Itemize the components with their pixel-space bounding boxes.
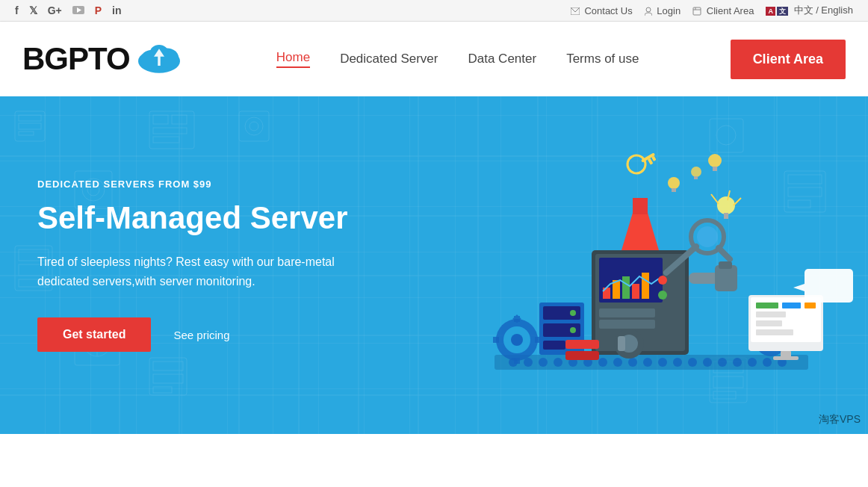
svg-point-77: [628, 358, 637, 367]
googleplus-link[interactable]: G+: [48, 4, 62, 16]
svg-point-3: [646, 7, 651, 12]
hero-tagline: DEDICATED SERVERS FROM $99: [37, 179, 359, 190]
svg-point-71: [539, 358, 548, 367]
svg-point-76: [613, 358, 622, 367]
top-bar: f 𝕏 G+ P in Contact Us Login Client Area…: [0, 0, 868, 22]
svg-point-80: [673, 358, 682, 367]
login-link[interactable]: Login: [645, 5, 681, 16]
nav-links: Home Dedicated Server Data Center Terms …: [276, 50, 639, 68]
svg-point-109: [658, 276, 667, 285]
svg-rect-137: [756, 303, 778, 308]
svg-point-78: [643, 358, 652, 367]
svg-rect-104: [622, 276, 630, 299]
hero-description: Tired of sleepless nights? Rest easy wit…: [37, 252, 359, 291]
svg-rect-116: [715, 265, 737, 291]
svg-point-82: [703, 358, 712, 367]
top-bar-right: Contact Us Login Client Area A文 中文 / Eng…: [571, 4, 853, 17]
svg-point-127: [691, 167, 701, 177]
youtube-link[interactable]: [72, 4, 84, 16]
nav-terms-of-use[interactable]: Terms of use: [566, 52, 639, 66]
svg-line-124: [734, 198, 741, 205]
svg-rect-119: [633, 198, 648, 214]
social-links: f 𝕏 G+ P in: [15, 4, 122, 16]
svg-rect-150: [543, 341, 565, 350]
svg-rect-141: [756, 320, 782, 326]
svg-rect-105: [632, 284, 639, 299]
twitter-link[interactable]: 𝕏: [29, 4, 37, 16]
svg-point-131: [624, 152, 649, 177]
hero-actions: Get started See pricing: [37, 317, 359, 352]
svg-point-120: [717, 196, 735, 214]
svg-point-110: [658, 291, 667, 300]
nav-home[interactable]: Home: [276, 50, 310, 68]
see-pricing-link[interactable]: See pricing: [173, 329, 229, 341]
svg-point-84: [733, 358, 742, 367]
svg-point-79: [658, 358, 667, 367]
svg-rect-145: [805, 269, 853, 303]
linkedin-link[interactable]: in: [112, 4, 121, 16]
svg-point-152: [570, 327, 576, 333]
svg-rect-130: [713, 167, 717, 171]
logo-text: BGPTO: [22, 43, 130, 75]
svg-rect-154: [565, 351, 599, 360]
svg-rect-126: [672, 188, 676, 192]
pinterest-link[interactable]: P: [95, 4, 102, 16]
svg-rect-117: [719, 261, 732, 269]
svg-rect-106: [642, 273, 649, 299]
svg-point-83: [718, 358, 727, 367]
get-started-button[interactable]: Get started: [37, 317, 151, 352]
client-area-button[interactable]: Client Area: [731, 40, 846, 79]
svg-marker-146: [793, 284, 805, 291]
svg-rect-140: [756, 311, 786, 317]
watermark: 淘客VPS: [819, 413, 861, 426]
svg-rect-139: [805, 303, 816, 308]
contact-us-link[interactable]: Contact Us: [571, 5, 633, 16]
svg-point-85: [748, 358, 757, 367]
language-switcher[interactable]: A文 中文 / English: [766, 4, 853, 17]
hero-illustration: [450, 123, 868, 407]
svg-rect-4: [693, 7, 701, 15]
facebook-link[interactable]: f: [15, 4, 19, 16]
svg-point-86: [763, 358, 772, 367]
svg-point-81: [688, 358, 697, 367]
navbar: BGPTO Home Dedicated Server Data Center …: [0, 22, 868, 96]
svg-rect-138: [782, 303, 801, 308]
logo[interactable]: BGPTO: [22, 37, 185, 81]
svg-rect-157: [618, 336, 625, 351]
svg-rect-121: [724, 213, 728, 219]
svg-rect-142: [756, 329, 793, 335]
svg-line-114: [719, 248, 730, 259]
svg-point-72: [554, 358, 562, 367]
svg-marker-118: [621, 213, 659, 250]
hero-content: DEDICATED SERVERS FROM $99 Self-Managed …: [0, 134, 396, 397]
svg-point-113: [697, 226, 718, 247]
svg-rect-108: [599, 320, 655, 329]
logo-cloud-icon: [133, 37, 185, 81]
svg-point-151: [570, 310, 576, 316]
hero-title: Self-Managed Server: [37, 200, 359, 236]
svg-rect-93: [493, 337, 499, 343]
svg-rect-107: [599, 308, 655, 317]
svg-point-90: [511, 334, 523, 346]
svg-point-75: [598, 358, 607, 367]
svg-point-129: [708, 154, 722, 167]
svg-rect-128: [694, 176, 698, 179]
svg-rect-92: [514, 358, 520, 364]
svg-line-122: [711, 194, 719, 204]
client-area-topbar-link[interactable]: Client Area: [692, 5, 754, 16]
hero-section: DEDICATED SERVERS FROM $99 Self-Managed …: [0, 96, 868, 434]
svg-rect-153: [565, 340, 599, 349]
svg-rect-144: [773, 356, 799, 360]
nav-data-center[interactable]: Data Center: [468, 52, 536, 66]
nav-dedicated-server[interactable]: Dedicated Server: [340, 52, 438, 66]
svg-point-125: [668, 177, 680, 189]
